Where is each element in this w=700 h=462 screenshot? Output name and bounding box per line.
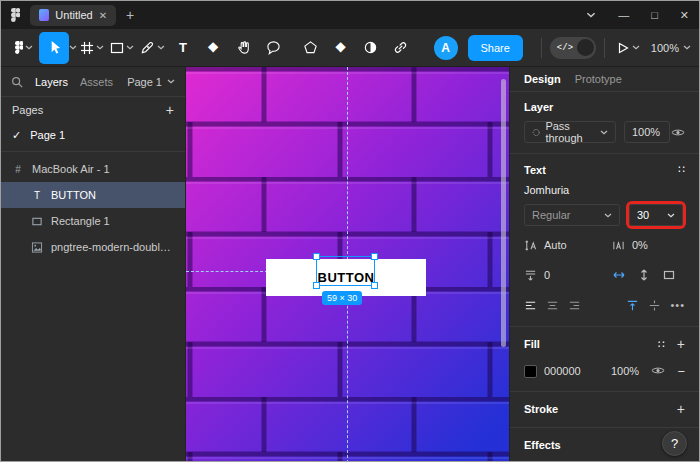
layer-row-image[interactable]: pngtree-modern-double-color... (1, 234, 185, 260)
edit-object-icon (303, 40, 318, 55)
avatar[interactable]: A (434, 36, 458, 60)
move-tool-chevron-icon[interactable] (69, 45, 77, 50)
tab-design[interactable]: Design (524, 73, 561, 85)
tab-prototype[interactable]: Prototype (575, 73, 622, 85)
tab-assets[interactable]: Assets (80, 76, 113, 88)
layer-row-rectangle[interactable]: Rectangle 1 (1, 208, 185, 234)
fill-visibility-eye-icon[interactable] (651, 365, 665, 377)
chevron-down-icon (167, 79, 175, 84)
selection-handle[interactable] (371, 282, 378, 289)
present-button[interactable] (613, 32, 643, 64)
chevron-down-icon (667, 213, 675, 218)
main-menu-button[interactable] (9, 32, 39, 64)
stroke-section: Stroke + (510, 392, 699, 428)
resize-auto-height-icon[interactable] (637, 268, 651, 282)
comment-tool[interactable] (258, 32, 288, 64)
paragraph-spacing-icon (524, 269, 537, 282)
create-link-button[interactable] (386, 32, 416, 64)
chevron-down-icon (683, 45, 691, 50)
sidebar-divider (1, 151, 185, 152)
search-icon[interactable] (11, 76, 23, 88)
text-align-left-icon[interactable] (524, 299, 537, 312)
titlebar: Untitled ✕ + — □ ✕ (1, 1, 699, 29)
blend-mode-select[interactable]: Pass through (524, 121, 616, 143)
fill-color-swatch[interactable] (524, 365, 537, 378)
more-options-button[interactable]: ••• (670, 299, 685, 311)
fill-section: Fill ∷ + 000000 100% − (510, 327, 699, 392)
edit-object-button[interactable] (296, 32, 326, 64)
align-middle-icon[interactable] (648, 299, 661, 312)
page-item[interactable]: ✓ Page 1 (1, 123, 185, 147)
dev-mode-toggle[interactable]: </> (550, 37, 596, 59)
toggle-knob (577, 39, 594, 56)
add-page-button[interactable]: + (166, 102, 174, 118)
text-tool[interactable]: T (168, 32, 198, 64)
play-icon (616, 41, 630, 55)
fill-hex-input[interactable]: 000000 (544, 365, 596, 377)
tab-close-icon[interactable]: ✕ (99, 10, 107, 21)
hand-tool[interactable] (228, 32, 258, 64)
help-button[interactable]: ? (662, 431, 687, 456)
window-chevron-icon[interactable] (586, 12, 596, 18)
figma-window: Untitled ✕ + — □ ✕ (0, 0, 700, 462)
frame-layer-icon: # (12, 164, 24, 175)
text-styles-icon[interactable]: ∷ (678, 163, 685, 176)
selection-handle[interactable] (313, 282, 320, 289)
canvas-scrollbar[interactable] (501, 79, 506, 347)
file-tab-title: Untitled (55, 9, 92, 21)
line-height-input[interactable]: Auto (524, 239, 612, 252)
fill-opacity-input[interactable]: 100% (611, 365, 639, 377)
selection-handle[interactable] (313, 253, 320, 260)
letter-spacing-input[interactable]: 0% (612, 239, 648, 252)
chevron-down-icon (126, 45, 134, 50)
maximize-button[interactable]: □ (651, 9, 658, 21)
font-weight-select[interactable]: Regular (524, 204, 620, 226)
frame-icon (80, 41, 94, 55)
frame-tool[interactable] (77, 32, 107, 64)
tab-layers[interactable]: Layers (35, 76, 68, 88)
add-fill-button[interactable]: + (677, 336, 685, 352)
layer-row-frame[interactable]: # MacBook Air - 1 (1, 156, 185, 182)
visibility-eye-icon[interactable] (671, 128, 685, 137)
text-section: Text ∷ Jomhuria Regular 30 (510, 154, 699, 327)
font-size-value: 30 (637, 209, 649, 221)
fill-styles-icon[interactable]: ∷ (658, 338, 665, 351)
text-tool-icon: T (179, 40, 187, 55)
file-tab[interactable]: Untitled ✕ (30, 5, 116, 26)
layer-section: Layer Pass through 100% (510, 92, 699, 154)
new-tab-button[interactable]: + (126, 7, 134, 23)
use-as-mask-button[interactable] (356, 32, 386, 64)
page-selector[interactable]: Page 1 (127, 76, 175, 88)
share-button[interactable]: Share (468, 35, 523, 61)
window-controls: — □ ✕ (586, 9, 689, 22)
move-tool[interactable] (39, 32, 69, 64)
link-icon (393, 40, 408, 55)
chevron-down-icon (157, 45, 165, 50)
close-button[interactable]: ✕ (680, 9, 689, 22)
font-size-select[interactable]: 30 (629, 204, 683, 226)
font-family-value[interactable]: Jomhuria (524, 184, 685, 196)
align-top-icon[interactable] (626, 299, 639, 312)
resize-auto-width-icon[interactable] (612, 268, 626, 282)
create-component-button[interactable]: ❖ (326, 32, 356, 64)
selection-box[interactable] (316, 256, 375, 286)
zoom-select[interactable]: 100% (651, 42, 691, 54)
resources-tool[interactable]: ❖ (198, 32, 228, 64)
hand-icon (236, 40, 251, 55)
code-icon: </> (557, 43, 573, 53)
minimize-button[interactable]: — (618, 9, 629, 21)
layer-opacity-input[interactable]: 100% (624, 121, 670, 143)
canvas[interactable]: BUTTON 59 × 30 (186, 67, 509, 462)
chevron-down-icon (25, 45, 33, 50)
resize-fixed-icon[interactable] (662, 268, 676, 282)
add-stroke-button[interactable]: + (677, 401, 685, 417)
pen-tool[interactable] (137, 32, 168, 64)
figma-logo-icon[interactable] (11, 8, 20, 22)
text-align-right-icon[interactable] (568, 299, 581, 312)
paragraph-spacing-input[interactable]: 0 (524, 269, 612, 282)
text-align-center-icon[interactable] (546, 299, 559, 312)
layer-row-text[interactable]: T BUTTON (1, 182, 185, 208)
remove-fill-button[interactable]: − (677, 364, 685, 379)
shape-tool[interactable] (107, 32, 137, 64)
selection-handle[interactable] (371, 253, 378, 260)
